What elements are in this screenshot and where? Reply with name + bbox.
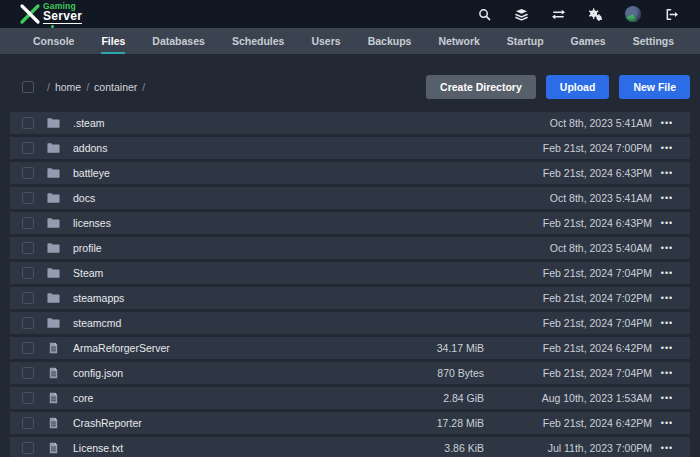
file-row[interactable]: steamapps Feb 21st, 2024 7:02PM ••• [10, 287, 690, 309]
tab-schedules[interactable]: Schedules [232, 28, 285, 54]
layers-icon[interactable] [514, 7, 528, 21]
nav-tab-label: Console [33, 35, 74, 47]
top-header: Gaming Server [0, 0, 700, 28]
new-file-button[interactable]: New File [619, 75, 690, 99]
upload-button[interactable]: Upload [546, 75, 610, 99]
toolbar-buttons: Create Directory Upload New File [426, 75, 690, 99]
file-row[interactable]: ArmaReforgerServer 34.17 MiB Feb 21st, 2… [10, 337, 690, 359]
tab-network[interactable]: Network [438, 28, 479, 54]
row-menu-button[interactable]: ••• [652, 143, 682, 153]
avatar[interactable] [625, 6, 641, 22]
row-checkbox[interactable] [22, 292, 34, 304]
file-row[interactable]: steamcmd Feb 21st, 2024 7:04PM ••• [10, 312, 690, 334]
row-checkbox[interactable] [22, 342, 34, 354]
row-menu-button[interactable]: ••• [652, 343, 682, 353]
file-modified-date: Oct 8th, 2023 5:41AM [484, 192, 652, 204]
row-checkbox[interactable] [22, 142, 34, 154]
file-modified-date: Feb 21st, 2024 7:04PM [484, 317, 652, 329]
file-icon [47, 367, 61, 380]
row-checkbox[interactable] [22, 317, 34, 329]
file-row[interactable]: licenses Feb 21st, 2024 6:43PM ••• [10, 212, 690, 234]
tab-console[interactable]: Console [33, 28, 74, 54]
row-checkbox[interactable] [22, 217, 34, 229]
row-checkbox[interactable] [22, 392, 34, 404]
file-list: .steam Oct 8th, 2023 5:41AM ••• addons F… [10, 112, 690, 457]
folder-icon [47, 192, 61, 205]
breadcrumb-segment[interactable]: home [55, 81, 81, 93]
breadcrumb-separator: / [47, 81, 50, 93]
tab-files[interactable]: Files [101, 28, 125, 54]
row-menu-button[interactable]: ••• [652, 168, 682, 178]
brand-x-icon [18, 2, 42, 26]
breadcrumb-segment[interactable]: container [94, 81, 137, 93]
file-row[interactable]: config.json 870 Bytes Feb 21st, 2024 7:0… [10, 362, 690, 384]
file-name: CrashReporter [73, 417, 374, 429]
row-checkbox[interactable] [22, 242, 34, 254]
nav-tab-label: Schedules [232, 35, 285, 47]
file-modified-date: Feb 21st, 2024 6:42PM [484, 417, 652, 429]
file-name: battleye [73, 167, 374, 179]
file-icon [47, 342, 61, 355]
file-size: 3.86 KiB [374, 442, 484, 454]
file-size: 2.84 GiB [374, 392, 484, 404]
row-menu-button[interactable]: ••• [652, 318, 682, 328]
select-all-checkbox[interactable] [22, 81, 34, 93]
row-checkbox[interactable] [22, 167, 34, 179]
tab-startup[interactable]: Startup [507, 28, 544, 54]
file-name: steamapps [73, 292, 374, 304]
row-checkbox[interactable] [22, 267, 34, 279]
breadcrumb-separator: / [86, 81, 89, 93]
create-directory-button[interactable]: Create Directory [426, 75, 536, 99]
folder-icon [47, 242, 61, 255]
nav-tab-label: Network [438, 35, 479, 47]
tab-databases[interactable]: Databases [152, 28, 205, 54]
tab-settings[interactable]: Settings [633, 28, 674, 54]
file-row[interactable]: License.txt 3.86 KiB Jul 11th, 2023 7:00… [10, 437, 690, 457]
search-icon[interactable] [477, 7, 491, 21]
tab-backups[interactable]: Backups [368, 28, 412, 54]
file-row[interactable]: profile Oct 8th, 2023 5:40AM ••• [10, 237, 690, 259]
nav-tab-label: Games [571, 35, 606, 47]
breadcrumb: /home/container/ [47, 81, 145, 93]
gears-icon[interactable] [588, 7, 602, 21]
row-checkbox[interactable] [22, 367, 34, 379]
file-icon [47, 392, 61, 405]
row-menu-button[interactable]: ••• [652, 368, 682, 378]
file-modified-date: Feb 21st, 2024 6:43PM [484, 167, 652, 179]
file-row[interactable]: .steam Oct 8th, 2023 5:41AM ••• [10, 112, 690, 134]
file-name: licenses [73, 217, 374, 229]
brand-text: Gaming Server [43, 2, 82, 27]
file-row[interactable]: CrashReporter 17.28 MiB Feb 21st, 2024 6… [10, 412, 690, 434]
file-modified-date: Feb 21st, 2024 6:42PM [484, 342, 652, 354]
file-row[interactable]: docs Oct 8th, 2023 5:41AM ••• [10, 187, 690, 209]
row-menu-button[interactable]: ••• [652, 268, 682, 278]
file-name: core [73, 392, 374, 404]
row-menu-button[interactable]: ••• [652, 393, 682, 403]
row-checkbox[interactable] [22, 417, 34, 429]
row-checkbox[interactable] [22, 192, 34, 204]
file-row[interactable]: battleye Feb 21st, 2024 6:43PM ••• [10, 162, 690, 184]
tab-games[interactable]: Games [571, 28, 606, 54]
file-size: 870 Bytes [374, 367, 484, 379]
row-menu-button[interactable]: ••• [652, 443, 682, 453]
file-size: 17.28 MiB [374, 417, 484, 429]
file-row[interactable]: core 2.84 GiB Aug 10th, 2023 1:53AM ••• [10, 387, 690, 409]
row-menu-button[interactable]: ••• [652, 418, 682, 428]
tab-users[interactable]: Users [311, 28, 340, 54]
row-menu-button[interactable]: ••• [652, 218, 682, 228]
file-name: License.txt [73, 442, 374, 454]
row-menu-button[interactable]: ••• [652, 243, 682, 253]
transfer-icon[interactable] [551, 7, 565, 21]
file-row[interactable]: Steam Feb 21st, 2024 7:04PM ••• [10, 262, 690, 284]
brand-logo[interactable]: Gaming Server [18, 0, 82, 28]
file-row[interactable]: addons Feb 21st, 2024 7:00PM ••• [10, 137, 690, 159]
row-menu-button[interactable]: ••• [652, 193, 682, 203]
row-menu-button[interactable]: ••• [652, 293, 682, 303]
sign-out-icon[interactable] [664, 7, 678, 21]
nav-tabs: Console Files Databases Schedules Users … [0, 28, 700, 54]
row-menu-button[interactable]: ••• [652, 118, 682, 128]
folder-icon [47, 142, 61, 155]
header-actions [477, 6, 678, 22]
row-checkbox[interactable] [22, 442, 34, 454]
row-checkbox[interactable] [22, 117, 34, 129]
